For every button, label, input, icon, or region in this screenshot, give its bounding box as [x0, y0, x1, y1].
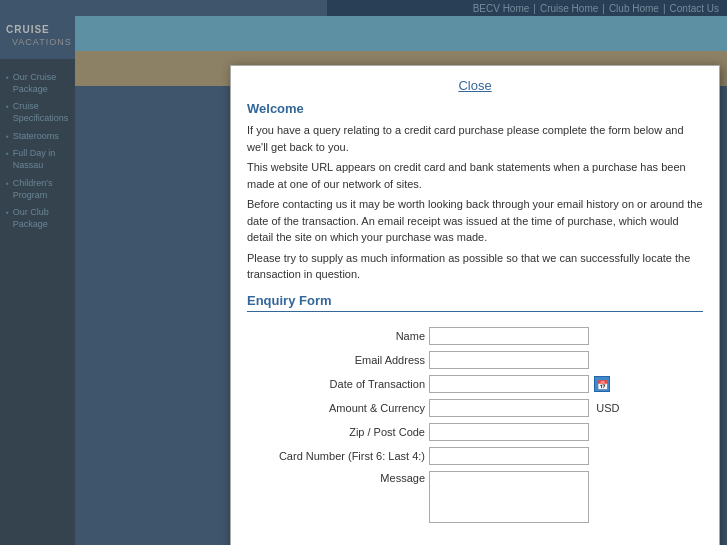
form-row-date: Date of Transaction 📅	[247, 372, 703, 396]
message-textarea[interactable]	[429, 471, 589, 523]
email-input[interactable]	[429, 351, 589, 369]
card-label: Card Number (First 6: Last 4:)	[247, 444, 427, 468]
form-row-card: Card Number (First 6: Last 4:)	[247, 444, 703, 468]
enquiry-form-title: Enquiry Form	[247, 293, 703, 312]
date-input[interactable]	[429, 375, 589, 393]
form-row-email: Email Address	[247, 348, 703, 372]
name-input[interactable]	[429, 327, 589, 345]
body-para-3: Before contacting us it may be worth loo…	[247, 196, 703, 246]
amount-label: Amount & Currency	[247, 396, 427, 420]
body-para-4: Please try to supply as much information…	[247, 250, 703, 283]
email-label: Email Address	[247, 348, 427, 372]
date-label: Date of Transaction	[247, 372, 427, 396]
form-row-zip: Zip / Post Code	[247, 420, 703, 444]
body-para-1: If you have a query relating to a credit…	[247, 122, 703, 155]
calendar-icon[interactable]: 📅	[594, 376, 610, 392]
welcome-heading: Welcome	[247, 101, 703, 116]
card-input[interactable]	[429, 447, 589, 465]
amount-input[interactable]	[429, 399, 589, 417]
modal-close-area: Close	[247, 78, 703, 93]
message-label: Message	[247, 468, 427, 526]
form-row-name: Name	[247, 324, 703, 348]
zip-label: Zip / Post Code	[247, 420, 427, 444]
modal-dialog: Close Welcome If you have a query relati…	[230, 65, 720, 545]
body-para-2: This website URL appears on credit card …	[247, 159, 703, 192]
name-label: Name	[247, 324, 427, 348]
form-row-amount: Amount & Currency USD	[247, 396, 703, 420]
enquiry-form: Name Email Address Date of Transaction 📅…	[247, 324, 703, 526]
close-button[interactable]: Close	[458, 78, 491, 93]
currency-label: USD	[592, 402, 619, 414]
form-row-message: Message	[247, 468, 703, 526]
modal-body: If you have a query relating to a credit…	[247, 122, 703, 283]
zip-input[interactable]	[429, 423, 589, 441]
